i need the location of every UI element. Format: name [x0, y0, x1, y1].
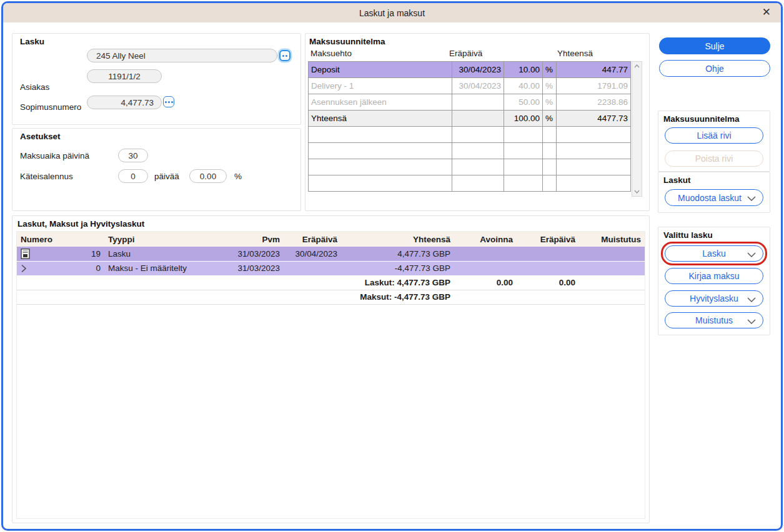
valittu-lasku-group: Valittu lasku Lasku Kirjaa maksu Hyvitys…	[658, 227, 770, 335]
invoice-number: 19	[91, 249, 101, 259]
dialog-title: Laskut ja maksut	[359, 8, 425, 18]
payment-plan-empty-row	[309, 175, 631, 192]
paivaa-suffix: päivää	[154, 172, 179, 181]
kateisalennus-paivat-value: 0	[131, 172, 136, 181]
hyvityslasku-button[interactable]: Hyvityslasku	[665, 290, 763, 307]
payment-plan-grid: Deposit 30/04/2023 10.00 % 447.77 Delive…	[308, 61, 631, 192]
asiakas-value: 245 Ally Neel	[96, 51, 277, 61]
chevron-down-icon	[747, 196, 756, 201]
valittu-lasku-title: Valittu lasku	[663, 230, 713, 240]
maksuaika-value: 30	[128, 151, 137, 160]
maksut-total: Maksut: -4,477.73 GBP	[341, 290, 454, 304]
invoice-row[interactable]: 19 Lasku 31/03/2023 30/04/2023 4,477.73 …	[17, 247, 645, 261]
close-icon[interactable]: ✕	[762, 6, 771, 19]
payment-plan-empty-row	[309, 159, 631, 175]
sidebar-maksusuunnitelma-group: Maksusuunnitelma Lisää rivi Poista rivi	[658, 111, 770, 172]
maksusuunnitelma-title: Maksusuunnitelma	[309, 37, 385, 46]
chevron-right-icon[interactable]	[21, 264, 27, 273]
payment-plan-scrollbar[interactable]	[632, 61, 642, 197]
titlebar: Laskut ja maksut ✕	[3, 3, 781, 22]
ohje-button[interactable]: Ohje	[659, 60, 770, 77]
totals-row-laskut: Laskut: 4,477.73 GBP 0.00 0.00	[17, 275, 645, 290]
maksuaika-label: Maksuaika päivinä	[20, 151, 89, 160]
totals-row-maksut: Maksut: -4,477.73 GBP	[17, 290, 645, 304]
laskut-avoinna-total: 0.00	[454, 275, 517, 290]
screen: Laskut ja maksut ✕ Lasku Asiakas 245 All…	[0, 0, 784, 532]
payment-plan-row-delivery[interactable]: Delivery - 1 30/04/2023 40.00 % 1791.09	[309, 78, 631, 94]
asiakas-lookup-icon[interactable]	[279, 50, 290, 61]
asetukset-group: Asetukset Maksuaika päivinä 30 Käteisale…	[12, 128, 301, 211]
col-erapaiva: Eräpäivä	[449, 49, 482, 58]
maksuaika-field[interactable]: 30	[118, 149, 148, 162]
sidebar-laskut-title: Laskut	[663, 175, 691, 185]
lasku-group-title: Lasku	[20, 37, 44, 46]
asiakas-label: Asiakas	[20, 82, 49, 92]
laskun-summa-value: 4,477.73	[121, 98, 154, 107]
kateisalennus-paivat-field[interactable]: 0	[118, 169, 148, 183]
sopimusnumero-value: 1191/1/2	[108, 72, 141, 81]
laskun-summa-ellipsis-icon[interactable]	[163, 96, 174, 107]
chevron-down-icon	[747, 297, 756, 302]
scroll-down-icon[interactable]	[634, 190, 640, 194]
payment-plan-empty-row	[309, 143, 631, 159]
invoice-table-header: Numero Tyyppi Pvm Eräpäivä Yhteensä Avoi…	[17, 232, 645, 247]
scroll-up-icon[interactable]	[634, 64, 640, 68]
sopimusnumero-field[interactable]: 1191/1/2	[87, 69, 162, 83]
asetukset-group-title: Asetukset	[20, 132, 61, 141]
payment-plan-row-total: Yhteensä 100.00 % 4477.73	[309, 111, 631, 127]
invoice-table: Numero Tyyppi Pvm Eräpäivä Yhteensä Avoi…	[17, 232, 645, 305]
payment-row[interactable]: 0 Maksu - Ei määritelty 31/03/2023 -4,47…	[17, 261, 645, 275]
payment-plan-row-deposit[interactable]: Deposit 30/04/2023 10.00 % 447.77	[309, 62, 631, 78]
laskut-ja-maksut-dialog: Laskut ja maksut ✕ Lasku Asiakas 245 All…	[1, 1, 783, 531]
maksusuunnitelma-group: Maksusuunnitelma Maksuehto Eräpäivä Yhte…	[305, 33, 650, 211]
col-yhteensa: Yhteensä	[557, 49, 593, 58]
laskut-maksut-title: Laskut, Maksut ja Hyvityslaskut	[17, 219, 144, 229]
invoice-icon	[21, 249, 30, 259]
muodosta-laskut-button[interactable]: Muodosta laskut	[665, 189, 763, 206]
sulje-button[interactable]: Sulje	[659, 37, 770, 54]
payment-plan-row-asennus[interactable]: Asennuksen jälkeen 50.00 % 2238.86	[309, 94, 631, 111]
laskut-total: Laskut: 4,477.73 GBP	[341, 275, 454, 290]
lisaa-rivi-button[interactable]: Lisää rivi	[665, 127, 763, 144]
kateisalennus-prosentti-field[interactable]: 0.00	[189, 169, 227, 183]
chevron-down-icon	[747, 319, 756, 324]
chevron-down-icon	[747, 252, 756, 257]
sidebar-maksusuunnitelma-title: Maksusuunnitelma	[663, 114, 740, 124]
poista-rivi-button: Poista rivi	[665, 150, 763, 167]
muistutus-button[interactable]: Muistutus	[665, 312, 763, 328]
kirjaa-maksu-button[interactable]: Kirjaa maksu	[665, 268, 763, 284]
prosentti-suffix: %	[234, 172, 242, 181]
sopimusnumero-label: Sopimusnumero	[20, 102, 81, 112]
kateisalennus-prosentti-value: 0.00	[200, 172, 216, 181]
laskut-maksut-group: Laskut, Maksut ja Hyvityslaskut Numero T…	[12, 215, 650, 523]
lasku-button[interactable]: Lasku	[665, 245, 763, 262]
payment-number: 0	[96, 264, 101, 273]
laskun-summa-field[interactable]: 4,477.73	[87, 96, 162, 109]
lasku-group: Lasku Asiakas 245 Ally Neel Sopimusnumer…	[12, 33, 301, 125]
col-maksuehto: Maksuehto	[310, 49, 352, 58]
payment-plan-empty-row	[309, 127, 631, 143]
invoice-table-area: Numero Tyyppi Pvm Eräpäivä Yhteensä Avoi…	[16, 231, 645, 519]
kateisalennus-label: Käteisalennus	[20, 172, 73, 181]
laskut-erapaiva-total: 0.00	[517, 275, 579, 290]
asiakas-field[interactable]: 245 Ally Neel	[87, 49, 277, 62]
sidebar-laskut-group: Laskut Muodosta laskut	[658, 172, 770, 213]
